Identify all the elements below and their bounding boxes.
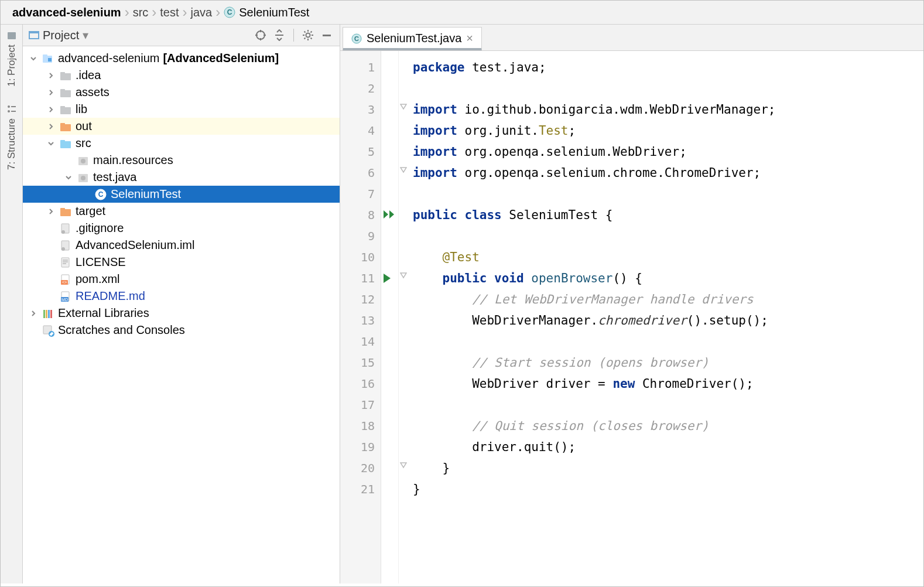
chevron-right-icon[interactable]	[46, 122, 56, 131]
tool-window-structure[interactable]: 7: Structure	[6, 104, 18, 170]
tree-item[interactable]: .gitignore	[23, 220, 340, 237]
svg-line-23	[311, 32, 312, 33]
code-content[interactable]: package test.java; import io.github.boni…	[410, 51, 923, 583]
line-number: 12	[344, 289, 375, 310]
collapse-all-icon[interactable]	[272, 28, 286, 42]
tree-item[interactable]: out	[23, 118, 340, 135]
breadcrumb-item[interactable]: src	[133, 6, 149, 19]
breadcrumb-item[interactable]: advanced-selenium	[12, 6, 121, 19]
svg-point-47	[61, 230, 65, 234]
code-line[interactable]: WebDriver driver = new ChromeDriver();	[413, 373, 918, 394]
line-number: 7	[344, 183, 375, 204]
hide-icon[interactable]	[320, 28, 334, 42]
class-icon: C	[224, 6, 235, 18]
tree-item-label: assets	[76, 86, 109, 99]
dropdown-icon[interactable]: ▾	[83, 28, 88, 42]
tree-item[interactable]: .idea	[23, 67, 340, 84]
tree-item[interactable]: LICENSE	[23, 254, 340, 271]
code-editor[interactable]: 123456789101112131415161718192021 packag…	[340, 51, 923, 583]
svg-rect-5	[11, 106, 16, 107]
structure-icon	[6, 104, 17, 115]
code-line[interactable]: import org.junit.Test;	[413, 120, 918, 141]
chevron-right-icon[interactable]	[46, 88, 56, 97]
tree-item[interactable]: advanced-selenium [AdvancedSelenium]	[23, 50, 340, 67]
tree-item-label: AdvancedSelenium.iml	[76, 238, 194, 252]
line-number: 3	[344, 99, 375, 120]
tree-item[interactable]: test.java	[23, 169, 340, 186]
code-line[interactable]: // Start session (opens browser)	[413, 352, 918, 373]
tree-item[interactable]: MDREADME.md	[23, 288, 340, 305]
code-line[interactable]	[413, 78, 918, 99]
libs-icon	[42, 307, 54, 320]
editor-tab[interactable]: C SeleniumTest.java ×	[343, 27, 482, 50]
chevron-right-icon[interactable]	[46, 207, 56, 216]
run-class-icon[interactable]	[384, 209, 396, 221]
tree-item[interactable]: src	[23, 135, 340, 152]
code-line[interactable]: package test.java;	[413, 57, 918, 78]
code-line[interactable]: @Test	[413, 247, 918, 268]
code-line[interactable]: }	[413, 479, 918, 500]
chevron-down-icon[interactable]	[46, 139, 56, 148]
code-line[interactable]: public class SeleniumTest {	[413, 204, 918, 226]
svg-marker-70	[389, 210, 394, 219]
tree-item[interactable]: AdvancedSelenium.iml	[23, 237, 340, 254]
tree-item-label: test.java	[93, 170, 136, 184]
chevron-down-icon[interactable]	[29, 54, 38, 63]
tree-item[interactable]: CSeleniumTest	[23, 186, 340, 203]
run-marker-gutter[interactable]	[381, 51, 399, 583]
tree-item[interactable]: assets	[23, 84, 340, 101]
line-number: 14	[344, 331, 375, 352]
gear-icon[interactable]	[301, 28, 315, 42]
run-test-icon[interactable]	[384, 272, 393, 284]
tree-item[interactable]: target	[23, 203, 340, 220]
tool-window-project[interactable]: 1: Project	[6, 30, 18, 87]
tree-item[interactable]: main.resources	[23, 152, 340, 169]
fold-icon[interactable]	[400, 167, 407, 176]
chevron-down-icon[interactable]	[64, 173, 73, 182]
md-icon: MD	[59, 290, 72, 303]
code-line[interactable]	[413, 331, 918, 352]
module-moniker: [AdvancedSelenium]	[163, 52, 279, 65]
tree-item-label: target	[76, 204, 105, 218]
chevron-right-icon[interactable]	[29, 309, 38, 318]
svg-text:MD: MD	[61, 297, 68, 301]
code-line[interactable]	[413, 226, 918, 247]
fold-gutter[interactable]	[399, 51, 410, 583]
project-tree[interactable]: advanced-selenium [AdvancedSelenium].ide…	[23, 46, 340, 583]
code-line[interactable]: public void openBrowser() {	[413, 268, 918, 289]
fold-icon[interactable]	[400, 104, 407, 113]
tree-item[interactable]: lib	[23, 101, 340, 118]
code-line[interactable]: }	[413, 458, 918, 479]
close-icon[interactable]: ×	[466, 32, 473, 45]
tree-item-label: Scratches and Consoles	[58, 323, 185, 337]
code-line[interactable]: // Let WebDriverManager handle drivers	[413, 289, 918, 310]
breadcrumb: advanced-selenium › src › test › java › …	[1, 1, 923, 25]
fold-icon[interactable]	[400, 462, 407, 472]
line-number: 4	[344, 120, 375, 141]
code-line[interactable]: import org.openqa.selenium.chrome.Chrome…	[413, 162, 918, 183]
locate-icon[interactable]	[254, 28, 268, 42]
tree-item[interactable]: <>pom.xml	[23, 271, 340, 288]
svg-rect-50	[61, 258, 69, 267]
fold-icon[interactable]	[400, 272, 407, 282]
code-line[interactable]: driver.quit();	[413, 436, 918, 458]
svg-text:C: C	[98, 190, 104, 199]
code-line[interactable]: import io.github.bonigarcia.wdm.WebDrive…	[413, 99, 918, 120]
breadcrumb-item[interactable]: java	[191, 6, 213, 19]
panel-title: Project	[43, 29, 79, 42]
code-line[interactable]: import org.openqa.selenium.WebDriver;	[413, 141, 918, 162]
tree-item-label: .gitignore	[76, 221, 124, 235]
breadcrumb-item[interactable]: SeleniumTest	[239, 6, 309, 19]
tree-item[interactable]: External Libraries	[23, 305, 340, 322]
breadcrumb-item[interactable]: test	[160, 6, 179, 19]
code-line[interactable]: // Quit session (closes browser)	[413, 415, 918, 436]
tree-item[interactable]: Scratches and Consoles	[23, 322, 340, 339]
chevron-right-icon[interactable]	[46, 105, 56, 114]
code-line[interactable]	[413, 394, 918, 415]
line-number: 11	[344, 268, 375, 289]
chevron-right-icon[interactable]	[46, 71, 56, 80]
code-line[interactable]	[413, 183, 918, 204]
svg-rect-31	[60, 89, 65, 91]
line-number: 5	[344, 141, 375, 162]
code-line[interactable]: WebDriverManager.chromedriver().setup();	[413, 310, 918, 331]
